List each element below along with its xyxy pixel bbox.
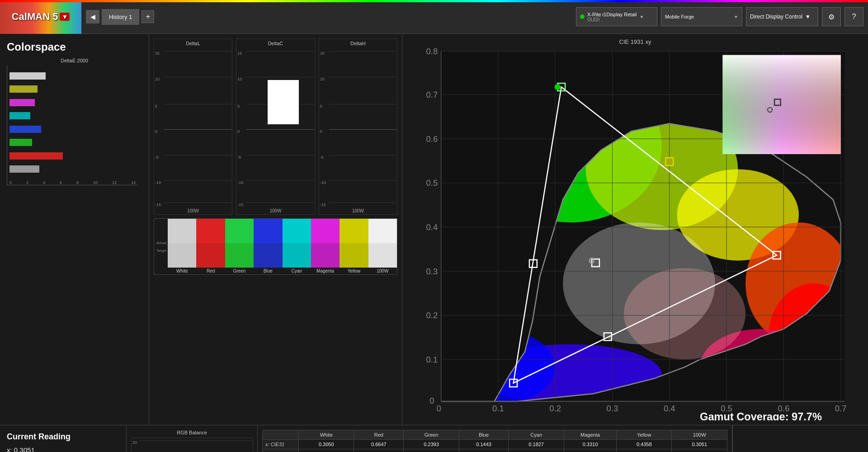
y-label-10-L: 10 xyxy=(155,77,160,81)
rgb-grid-20 xyxy=(140,440,253,441)
swatch-blue: Blue xyxy=(254,219,282,274)
y-label-n5-C: -5 xyxy=(237,155,241,160)
rgb-chart: 20 10 0 -10 -20 xyxy=(131,438,253,452)
svg-text:0.6: 0.6 xyxy=(426,134,438,144)
swatch-green-target xyxy=(225,243,254,268)
gamut-coverage-text: Gamut Coverage: 97.7% xyxy=(700,411,822,420)
y-label-n10-L: -10 xyxy=(155,180,161,185)
bar-green xyxy=(9,139,136,146)
y-label-15-C: 15 xyxy=(237,51,242,56)
swatch-white-target xyxy=(168,243,196,268)
swatch-green: Green xyxy=(225,219,254,274)
instrument-dropdown-arrow: ▼ xyxy=(639,14,644,19)
ddc-arrow: ▼ xyxy=(805,14,811,20)
profile-dropdown[interactable]: Mobile Forge ▼ xyxy=(661,7,742,26)
svg-text:0.5: 0.5 xyxy=(426,178,438,188)
actual-label: Actual xyxy=(156,241,166,245)
swatch-red-label: Red xyxy=(196,268,225,274)
cell-y-blue: 0.0422 xyxy=(459,449,509,452)
x-tick-12: 12 xyxy=(112,180,117,185)
swatch-yellow-label: Yellow xyxy=(340,268,368,274)
rgb-y-20: 20 xyxy=(132,440,137,445)
deltaC-x-label: 100W xyxy=(236,207,314,214)
gear-icon: ⚙ xyxy=(828,13,835,21)
rainbow-bar xyxy=(0,0,868,2)
cell-y-100w: 0.3168 xyxy=(672,449,727,452)
swatch-red-actual xyxy=(196,219,225,243)
instrument-dropdown[interactable]: X-Rite i1Display Retail OLED ▼ xyxy=(576,7,657,26)
x-tick-6: 6 xyxy=(60,180,62,185)
logo-arrow[interactable]: ▼ xyxy=(60,13,70,21)
measurements-table: White Red Green Blue Cyan Magenta Yellow… xyxy=(262,430,727,452)
swatch-green-actual xyxy=(225,219,254,243)
bottom-section: Current Reading x: 0.3051 y: 0.3168 fL: … xyxy=(0,425,868,452)
y-label-5-H: 5 xyxy=(320,104,322,108)
y-label-10-H: 10 xyxy=(320,77,325,81)
deltaL-title: DeltaL xyxy=(154,39,232,48)
history-tab[interactable]: History 1 xyxy=(102,9,139,25)
col-header-blue: Blue xyxy=(459,430,509,440)
y-label-n10-C: -10 xyxy=(237,180,243,185)
bar-white xyxy=(9,72,136,80)
x-tick-4: 4 xyxy=(43,180,45,185)
swatch-red-target xyxy=(196,243,225,268)
target-label: Target xyxy=(156,249,166,253)
grid-0-L xyxy=(164,129,232,130)
swatch-magenta-actual xyxy=(311,219,340,243)
gear-button[interactable]: ⚙ xyxy=(822,7,841,26)
add-tab-button[interactable]: + xyxy=(142,10,154,23)
y-label-n15-L: -15 xyxy=(155,202,161,207)
swatch-white-label: White xyxy=(168,268,196,274)
rgb-title: RGB Balance xyxy=(131,430,253,435)
bar-100w xyxy=(9,165,136,173)
deltaH-chart: DeltaH 15 10 5 0 -5 -10 xyxy=(319,38,397,215)
current-reading-title: Current Reading xyxy=(7,432,119,442)
top-bar: CalMAN 5 ▼ ◀ History 1 + X-Rite i1Displa… xyxy=(0,0,868,34)
svg-point-53 xyxy=(555,84,561,90)
deltaC-area: 15 10 5 0 -5 -10 -15 xyxy=(236,48,314,207)
deltae-label: DeltaE 2000 xyxy=(7,58,142,63)
y-label-0-L: 0 xyxy=(155,129,157,134)
swatch-yellow-actual xyxy=(340,219,368,243)
grid-n5-L xyxy=(164,155,232,155)
col-header-label xyxy=(263,430,299,440)
bar-fill-green xyxy=(9,139,32,146)
x-tick-10: 10 xyxy=(93,180,98,185)
deltaH-title: DeltaH xyxy=(319,39,397,48)
deltaC-chart: DeltaC 15 10 5 0 -5 -10 xyxy=(236,38,315,215)
cell-x-100w: 0.3051 xyxy=(672,440,727,449)
back-history-button[interactable]: ◀ xyxy=(86,10,99,24)
col-header-magenta: Magenta xyxy=(564,430,616,440)
y-label-0-C: 0 xyxy=(237,129,240,134)
swatch-cyan: Cyan xyxy=(283,219,311,274)
swatch-cyan-target xyxy=(283,243,311,268)
y-label-0-H: 0 xyxy=(320,129,322,134)
cell-y-magenta: 0.1470 xyxy=(564,449,616,452)
svg-text:0.8: 0.8 xyxy=(426,47,438,56)
y-label-n15-H: -15 xyxy=(320,202,326,207)
table-row-y: y: CIE31 0.3160 0.3342 0.7168 0.0422 0.3… xyxy=(263,449,727,452)
svg-text:0.2: 0.2 xyxy=(549,404,561,413)
cell-x-magenta: 0.3310 xyxy=(564,440,616,449)
svg-text:0.1: 0.1 xyxy=(492,404,504,413)
bar-fill-yellow xyxy=(9,85,38,93)
swatch-blue-label: Blue xyxy=(254,268,282,274)
reading-x: x: 0.3051 xyxy=(7,446,119,452)
help-icon: ? xyxy=(852,13,856,21)
svg-text:0.7: 0.7 xyxy=(835,404,847,413)
colorspace-title: Colorspace xyxy=(7,41,142,53)
main-section: Colorspace DeltaE 2000 xyxy=(0,34,868,425)
cell-y-green: 0.7168 xyxy=(404,449,459,452)
deltaH-x-label: 100W xyxy=(319,207,397,214)
row-label-x: x: CIE31 xyxy=(263,440,299,449)
help-button[interactable]: ? xyxy=(844,7,863,26)
ddc-dropdown[interactable]: Direct Display Control ▼ xyxy=(746,7,818,26)
swatch-magenta-target xyxy=(311,243,340,268)
svg-text:0.7: 0.7 xyxy=(426,90,438,99)
delta-charts-row: DeltaL 15 10 5 0 xyxy=(154,38,397,215)
y-label-15-H: 15 xyxy=(320,51,325,56)
deltaH-area: 15 10 5 0 -5 -10 -15 xyxy=(319,48,397,207)
deltaL-chart: DeltaL 15 10 5 0 xyxy=(154,38,232,215)
svg-rect-64 xyxy=(723,55,841,154)
cell-x-white: 0.3050 xyxy=(299,440,354,449)
